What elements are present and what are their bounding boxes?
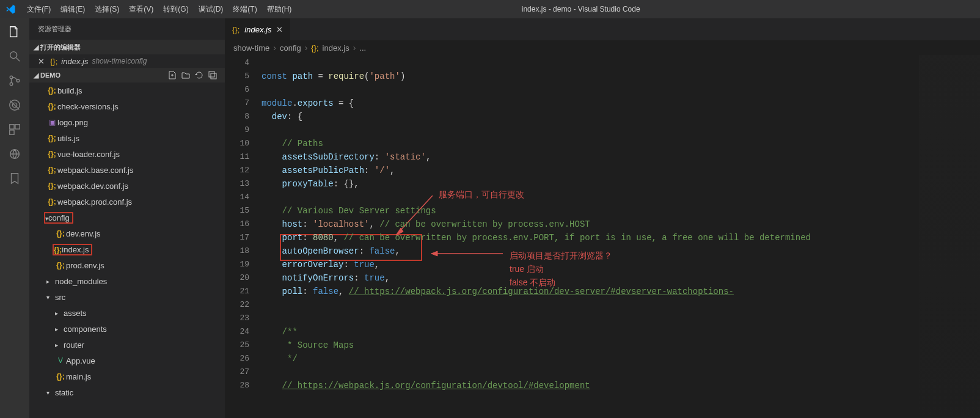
line-number: 28 (225, 379, 253, 392)
file-webpack-base-conf-js[interactable]: {};webpack.base.conf.js (29, 162, 225, 178)
folder-components[interactable]: ▸components (29, 321, 225, 337)
explorer-icon[interactable] (6, 23, 23, 40)
refresh-icon[interactable] (194, 70, 204, 80)
code-line[interactable]: * Source Maps (261, 339, 980, 352)
close-icon[interactable]: ✕ (38, 57, 46, 66)
file-prod-env-js[interactable]: {};prod.env.js (29, 257, 225, 273)
bookmark-icon[interactable] (6, 170, 23, 187)
js-file-icon: {}; (55, 229, 66, 238)
code-line[interactable]: const path = require('path') (261, 70, 980, 83)
line-number: 15 (225, 204, 253, 218)
code-line[interactable]: poll: false, // https://webpack.js.org/c… (261, 285, 980, 298)
debug-icon[interactable] (6, 97, 23, 114)
open-editor-file: index.js (61, 57, 88, 66)
outline-icon[interactable] (6, 145, 23, 163)
file-webpack-dev-conf-js[interactable]: {};webpack.dev.conf.js (29, 178, 225, 194)
activity-bar (0, 18, 29, 418)
code-editor[interactable]: 服务端口，可自行更改 启动项目是否打开浏览器？ true 启动 false 不启… (225, 55, 980, 418)
file-build-js[interactable]: {};build.js (29, 82, 225, 98)
js-file-icon: {}; (46, 182, 57, 190)
code-line[interactable]: */ (261, 352, 980, 365)
file-logo-png[interactable]: ▣logo.png (29, 114, 225, 130)
code-line[interactable]: notifyOnErrors: true, (261, 271, 980, 285)
line-number: 20 (225, 271, 253, 285)
code-line[interactable]: assetsPublicPath: '/', (261, 164, 980, 177)
vue-file-icon: V (55, 356, 66, 365)
code-line[interactable]: errorOverlay: true, (261, 258, 980, 271)
code-line[interactable]: proxyTable: {}, (261, 177, 980, 191)
folder-src[interactable]: ▾src (29, 289, 225, 305)
file-webpack-prod-conf-js[interactable]: {};webpack.prod.conf.js (29, 194, 225, 210)
chevron-right-icon: ▸ (55, 326, 64, 332)
code-line[interactable]: autoOpenBrowser: false, (261, 244, 980, 258)
close-tab-icon[interactable]: ✕ (276, 25, 283, 34)
crumb[interactable]: index.js (323, 43, 349, 53)
js-file-icon: {}; (54, 246, 62, 254)
new-file-icon[interactable] (167, 70, 177, 80)
file-dev-env-js[interactable]: {};dev.env.js (29, 226, 225, 241)
tree-label: config (48, 213, 70, 222)
crumb[interactable]: config (280, 43, 301, 53)
menu-goto[interactable]: 转到(G) (158, 4, 193, 15)
menu-help[interactable]: 帮助(H) (262, 4, 297, 15)
open-editors-header[interactable]: ◢ 打开的编辑器 (29, 40, 225, 54)
line-number: 8 (225, 110, 253, 123)
file-vue-loader-conf-js[interactable]: {};vue-loader.conf.js (29, 146, 225, 162)
svg-rect-13 (211, 73, 216, 79)
line-number: 22 (225, 298, 253, 312)
menu-select[interactable]: 选择(S) (90, 4, 124, 15)
folder-node_modules[interactable]: ▸node_modules (29, 273, 225, 289)
extensions-icon[interactable] (6, 121, 23, 138)
tree-label: logo.png (57, 118, 88, 127)
svg-rect-8 (10, 125, 14, 129)
project-name: DEMO (40, 72, 60, 79)
line-number: 12 (225, 164, 253, 177)
js-file-icon: {}; (50, 57, 57, 66)
chevron-right-icon: ▸ (46, 278, 55, 285)
crumb[interactable]: show-time (233, 43, 269, 53)
menu-edit[interactable]: 编辑(E) (56, 4, 90, 15)
menu-debug[interactable]: 调试(D) (194, 4, 229, 15)
menu-file[interactable]: 文件(F) (22, 4, 56, 15)
line-number: 17 (225, 231, 253, 244)
file-check-versions-js[interactable]: {};check-versions.js (29, 98, 225, 114)
tab-indexjs[interactable]: {}; index.js ✕ (225, 18, 291, 40)
folder-router[interactable]: ▸router (29, 337, 225, 353)
project-header[interactable]: ◢ DEMO (29, 68, 225, 82)
file-index-js[interactable]: {};index.js (29, 241, 225, 257)
file-main-js[interactable]: {};main.js (29, 369, 225, 384)
code-line[interactable]: port: 8080, // can be overwritten by pro… (261, 231, 980, 244)
code-line[interactable]: assetsSubDirectory: 'static', (261, 150, 980, 164)
code-line[interactable]: module.exports = { (261, 97, 980, 110)
crumb[interactable]: ... (359, 43, 366, 53)
tree-label: main.js (66, 372, 91, 381)
code-line[interactable]: // Various Dev Server settings (261, 204, 980, 218)
code-line[interactable]: dev: { (261, 110, 980, 123)
file-App-vue[interactable]: VApp.vue (29, 353, 225, 369)
search-icon[interactable] (6, 48, 23, 65)
folder-static[interactable]: ▾static (29, 384, 225, 400)
titlebar: 文件(F) 编辑(E) 选择(S) 查看(V) 转到(G) 调试(D) 终端(T… (0, 0, 980, 18)
svg-rect-12 (209, 72, 214, 77)
editor-tabs: {}; index.js ✕ (225, 18, 980, 40)
code-line[interactable]: host: 'localhost', // can be overwritten… (261, 218, 980, 231)
collapse-all-icon[interactable] (208, 70, 218, 80)
code-line[interactable]: // Paths (261, 137, 980, 150)
source-control-icon[interactable] (6, 72, 23, 89)
js-file-icon: {}; (232, 25, 240, 34)
file-utils-js[interactable]: {};utils.js (29, 130, 225, 146)
folder-assets[interactable]: ▸assets (29, 305, 225, 321)
minimap[interactable] (919, 55, 980, 418)
svg-point-2 (10, 76, 13, 79)
new-folder-icon[interactable] (181, 70, 191, 80)
breadcrumbs[interactable]: show-time› config› {}; index.js› ... (225, 40, 980, 55)
menu-terminal[interactable]: 终端(T) (228, 4, 261, 15)
code-line[interactable]: /** (261, 325, 980, 339)
line-number: 13 (225, 177, 253, 191)
folder-config[interactable]: ▾config (29, 210, 225, 226)
open-editor-item[interactable]: ✕ {}; index.js show-time\config (29, 54, 225, 68)
collapse-icon: ◢ (32, 72, 40, 79)
line-number: 6 (225, 83, 253, 97)
code-line[interactable]: // https://webpack.js.org/configuration/… (261, 379, 980, 392)
menu-view[interactable]: 查看(V) (124, 4, 158, 15)
